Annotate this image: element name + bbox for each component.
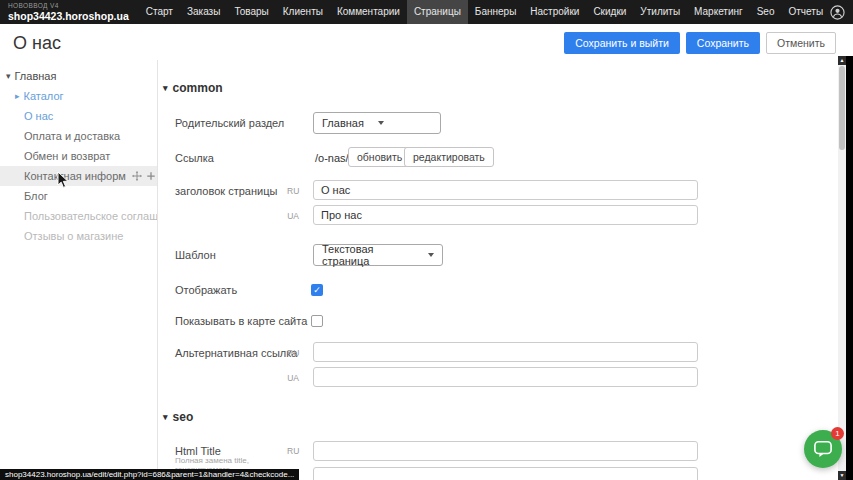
- tree-item-home[interactable]: ▾ Главная: [0, 66, 157, 86]
- tree-item-blog[interactable]: Блог: [0, 186, 157, 206]
- link-path: /o-nas/: [315, 152, 349, 164]
- chat-bubble-icon: [813, 440, 833, 458]
- section-common-header[interactable]: ▾ common: [163, 81, 223, 95]
- link-refresh-button[interactable]: обновить: [348, 147, 411, 167]
- page-title-ru-input[interactable]: [313, 180, 698, 200]
- parent-section-value: Главная: [322, 117, 364, 129]
- menu-item-settings[interactable]: Настройки: [523, 0, 586, 24]
- add-icon[interactable]: [146, 171, 156, 181]
- lang-ru-tag: RU: [287, 446, 299, 456]
- tree-item-label: Каталог: [24, 90, 64, 102]
- cancel-button[interactable]: Отменить: [766, 32, 836, 54]
- menu-item-start[interactable]: Старт: [139, 0, 180, 24]
- scroll-up-icon[interactable]: ▲: [838, 56, 846, 65]
- section-seo-title: seo: [173, 410, 194, 424]
- brand[interactable]: НОВОВВОД V4 shop34423.horoshop.ua: [0, 1, 139, 23]
- lang-ua-tag: UA: [287, 373, 299, 383]
- section-seo-header[interactable]: ▾ seo: [163, 410, 193, 424]
- template-value: Текстовая страница: [322, 243, 414, 267]
- tree-item-label: Отзывы о магазине: [24, 230, 123, 242]
- chevron-right-icon[interactable]: ▸: [15, 91, 20, 101]
- display-label: Отображать: [175, 284, 237, 296]
- lang-ru-tag: RU: [287, 186, 299, 196]
- tree-item-label: Главная: [15, 70, 57, 82]
- brand-domain: shop34423.horoshop.ua: [8, 11, 129, 22]
- html-title-ru-input[interactable]: [313, 441, 698, 461]
- chevron-down-icon: ▾: [163, 412, 168, 422]
- tree-item-store-reviews[interactable]: Отзывы о магазине: [0, 226, 157, 246]
- menu-item-banners[interactable]: Баннеры: [468, 0, 523, 24]
- brand-version: НОВОВВОД V4: [8, 3, 129, 10]
- tree-item-actions: [132, 171, 157, 181]
- sidebar-divider: [157, 58, 158, 480]
- tree-item-payment-delivery[interactable]: Оплата и доставка: [0, 126, 157, 146]
- alt-link-label: Альтернативная ссылка: [175, 347, 297, 359]
- chevron-down-icon: ▾: [163, 83, 168, 93]
- scroll-down-icon[interactable]: ▼: [838, 471, 846, 480]
- section-common-title: common: [173, 81, 223, 95]
- menu-item-clients[interactable]: Клиенты: [276, 0, 330, 24]
- page-title-label: заголовок страницы: [175, 185, 277, 197]
- tree-item-label: Оплата и доставка: [24, 130, 120, 142]
- user-account-icon[interactable]: [830, 5, 845, 20]
- link-edit-button[interactable]: редактировать: [404, 147, 494, 167]
- lang-ua-tag: UA: [287, 211, 299, 221]
- alt-link-ua-input[interactable]: [313, 367, 698, 387]
- menu-item-products[interactable]: Товары: [227, 0, 275, 24]
- tree-item-about[interactable]: О нас: [0, 106, 157, 126]
- menu-item-utilities[interactable]: Утилиты: [633, 0, 687, 24]
- html-title-ua-input[interactable]: [313, 467, 698, 480]
- link-label: Ссылка: [175, 152, 214, 164]
- topbar-icons: [830, 5, 853, 20]
- page-title-ua-input[interactable]: [313, 205, 698, 225]
- sitemap-checkbox[interactable]: [311, 315, 323, 327]
- tree-item-label: Блог: [24, 190, 48, 202]
- chevron-down-icon[interactable]: ▾: [6, 71, 11, 81]
- menu-item-marketing[interactable]: Маркетинг: [687, 0, 750, 24]
- header-buttons: Сохранить и выйти Сохранить Отменить: [564, 32, 836, 54]
- page-title: О нас: [13, 33, 61, 54]
- topbar: НОВОВВОД V4 shop34423.horoshop.ua Старт …: [0, 0, 853, 24]
- page-edit-form: ▾ common Родительский раздел Главная Ссы…: [158, 56, 838, 480]
- link-preview-statusbar: shop34423.horoshop.ua/edit/edit.php?id=6…: [0, 469, 299, 480]
- template-select[interactable]: Текстовая страница: [313, 244, 443, 266]
- tree-item-exchange-return[interactable]: Обмен и возврат: [0, 146, 157, 166]
- chevron-down-icon: [428, 253, 434, 257]
- tree-item-catalog[interactable]: ▸ Каталог: [0, 86, 157, 106]
- display-checkbox[interactable]: ✓: [311, 284, 323, 296]
- page-header: О нас Сохранить и выйти Сохранить Отмени…: [0, 24, 846, 60]
- move-icon[interactable]: [132, 171, 142, 181]
- chevron-down-icon: [378, 121, 384, 125]
- menu-item-discounts[interactable]: Скидки: [586, 0, 633, 24]
- menu-item-seo[interactable]: Seo: [750, 0, 782, 24]
- tree-item-label: Контактная информ: [24, 170, 126, 182]
- scrollbar-thumb[interactable]: [839, 66, 845, 150]
- template-label: Шаблон: [175, 249, 216, 261]
- save-and-exit-button[interactable]: Сохранить и выйти: [564, 32, 680, 54]
- tree-item-label: Пользовательское соглашение: [24, 210, 157, 222]
- pages-tree: ▾ Главная ▸ Каталог О нас Оплата и доста…: [0, 66, 157, 246]
- alt-link-ru-input[interactable]: [313, 342, 698, 362]
- main-menu: Старт Заказы Товары Клиенты Комментарии …: [139, 0, 830, 24]
- menu-item-orders[interactable]: Заказы: [180, 0, 227, 24]
- tree-item-user-agreement[interactable]: Пользовательское соглашение: [0, 206, 157, 226]
- menu-item-comments[interactable]: Комментарии: [330, 0, 407, 24]
- tree-item-contact-info[interactable]: Контактная информ: [0, 166, 157, 186]
- menu-item-reports[interactable]: Отчеты: [782, 0, 831, 24]
- sitemap-label: Показывать в карте сайта: [175, 315, 307, 327]
- vertical-scrollbar[interactable]: ▲ ▼: [838, 56, 846, 480]
- lang-ru-tag: RU: [287, 348, 299, 358]
- parent-section-label: Родительский раздел: [175, 117, 284, 129]
- parent-section-select[interactable]: Главная: [313, 112, 441, 134]
- save-button[interactable]: Сохранить: [686, 32, 760, 54]
- menu-item-pages[interactable]: Страницы: [407, 0, 468, 24]
- tree-item-label: Обмен и возврат: [24, 150, 110, 162]
- chat-unread-badge: 1: [831, 427, 844, 440]
- tree-item-label: О нас: [24, 110, 53, 122]
- right-letterbox: [846, 56, 853, 480]
